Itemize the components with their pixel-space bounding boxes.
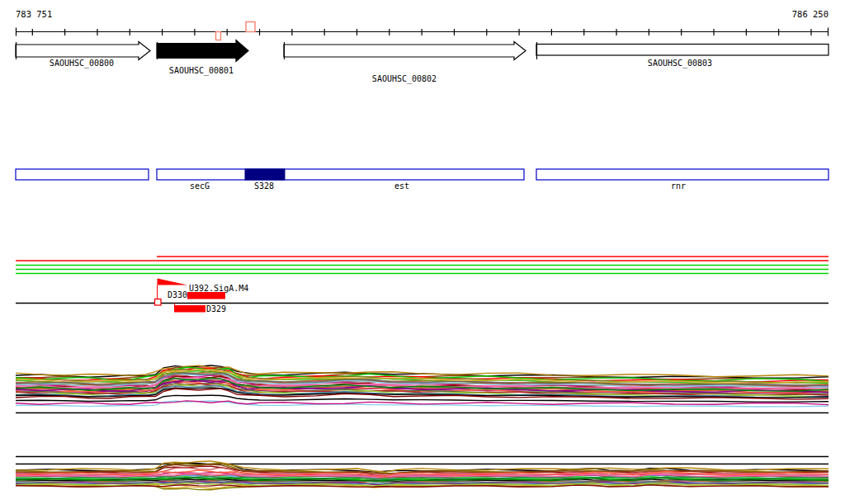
gene-saouhsc_00803[interactable] [536,45,828,56]
gene-saouhsc_00802-label: SAOUHSC_00802 [372,74,437,84]
cds-segment-s328[interactable] [245,169,285,180]
d330-label: D330 [168,290,187,299]
expression-profiles-upper [16,365,828,413]
gene-saouhsc_00801-label: SAOUHSC_00801 [169,66,234,76]
ruler-feature-marker-large-marker-above[interactable] [246,22,255,32]
upstream-flag-triangle[interactable] [158,279,188,285]
ruler [16,22,828,40]
cds-box-2[interactable] [536,169,828,180]
d330-segment-bar[interactable] [187,292,225,299]
gene-saouhsc_00802[interactable] [284,42,526,60]
cds-label-2: est [394,181,409,191]
cds-label-3: rnr [671,181,686,191]
gene-saouhsc_00801[interactable] [157,40,248,62]
gene-track: SAOUHSC_00800SAOUHSC_00801SAOUHSC_00802S… [16,40,828,85]
signal-lines [16,257,828,304]
d329-segment-bar[interactable] [174,305,205,313]
cds-box-0[interactable] [16,169,149,180]
d329-label: D329 [206,304,226,313]
ruler-feature-marker-small-marker-below[interactable] [216,32,221,40]
gene-saouhsc_00800-label: SAOUHSC_00800 [50,59,114,68]
cds-box-1[interactable] [157,169,524,180]
site-markers: U392.SigA.M4D330D329 [155,279,249,314]
expression-trace [16,365,828,377]
expression-profiles-lower [16,457,828,490]
site-anchor-square[interactable] [155,299,162,306]
cds-label-1: S328 [254,181,274,191]
genome-browser-canvas: 783 751 786 250 SAOUHSC_00800SAOUHSC_008… [0,0,845,504]
gene-saouhsc_00800[interactable] [16,42,150,60]
cds-label-0: secG [190,181,210,191]
gene-saouhsc_00803-label: SAOUHSC_00803 [648,59,712,68]
u392-label: U392.SigA.M4 [189,284,248,293]
genome-scene: SAOUHSC_00800SAOUHSC_00801SAOUHSC_00802S… [0,0,845,504]
cds-track: secGS328estrnr [16,169,828,191]
